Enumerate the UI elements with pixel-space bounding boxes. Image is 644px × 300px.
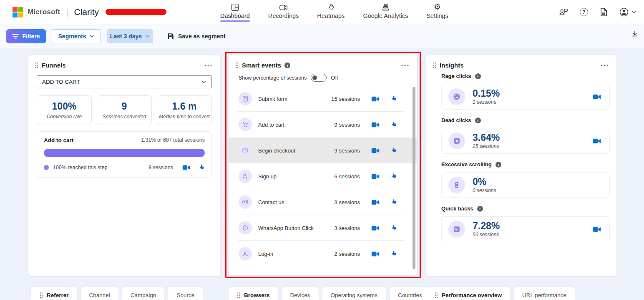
docs-icon[interactable] — [599, 8, 608, 17]
rage-clicks-icon — [448, 88, 465, 105]
event-row-submit-form[interactable]: Submit form 15 sessions — [229, 86, 417, 112]
stat-label: Sessions converted — [99, 114, 150, 120]
funnel-step: Add to cart 1.31% of 687 total sessions … — [37, 131, 212, 178]
download-icon[interactable] — [631, 30, 639, 38]
heatmaps-icon — [327, 2, 335, 12]
tab-devices[interactable]: Devices — [282, 287, 319, 300]
play-recordings-icon[interactable] — [371, 250, 380, 258]
save-as-segment-label: Save as segment — [178, 33, 226, 40]
drag-handle-icon — [40, 292, 43, 298]
info-icon[interactable]: i — [475, 118, 481, 123]
tab-settings-label: Settings — [426, 12, 448, 21]
stat-sessions-converted: 9 Sessions converted — [97, 95, 152, 125]
funnels-card: Funnels ADD TO CART 100% Conversion rate… — [28, 55, 220, 276]
funnel-select-dropdown[interactable]: ADD TO CART — [37, 75, 212, 88]
percentage-toggle-row: Show percentage of sessions Off — [239, 74, 410, 82]
filters-button[interactable]: Filters — [6, 29, 46, 43]
percentage-toggle[interactable] — [311, 74, 327, 82]
tap-heatmap-icon[interactable] — [391, 225, 397, 232]
more-options-icon[interactable] — [599, 64, 610, 67]
play-recordings-icon[interactable] — [371, 147, 380, 154]
date-range-label: Last 3 days — [110, 33, 142, 40]
tab-google-analytics-label: Google Analytics — [363, 12, 408, 21]
stat-median-time: 1.6 m Median time to convert — [157, 95, 212, 125]
tab-settings[interactable]: ⚙ Settings — [426, 2, 448, 22]
play-recordings-icon[interactable] — [371, 173, 380, 180]
play-recordings-icon[interactable] — [593, 138, 601, 145]
tap-heatmap-icon[interactable] — [391, 121, 397, 128]
tap-heatmap-icon[interactable] — [199, 164, 205, 171]
date-range-dropdown[interactable]: Last 3 days — [107, 29, 153, 43]
excessive-scrolling-icon — [448, 177, 465, 193]
performance-tab-group: Performance overview URL performance — [426, 287, 575, 300]
tap-heatmap-icon[interactable] — [391, 199, 397, 206]
step-legend-dot — [44, 165, 49, 170]
stat-label: Median time to convert — [159, 114, 210, 120]
header-actions: ? — [558, 0, 636, 24]
play-recordings-icon[interactable] — [593, 93, 601, 100]
filter-bar: Filters Segments Last 3 days Save as seg… — [0, 24, 644, 48]
play-recordings-icon[interactable] — [182, 164, 190, 171]
help-icon[interactable]: ? — [580, 8, 588, 16]
credit-card-icon — [239, 144, 252, 157]
funnel-select-value: ADD TO CART — [42, 79, 80, 85]
tab-performance-overview[interactable]: Performance overview — [426, 287, 510, 300]
tab-url-performance[interactable]: URL performance — [514, 287, 575, 300]
event-row-sign-up[interactable]: Sign up 6 sessions — [229, 163, 417, 189]
insight-quick-backs: Quick backs i 7.28% 50 sessions — [441, 205, 610, 242]
play-recordings-icon[interactable] — [593, 226, 601, 233]
tap-heatmap-icon[interactable] — [391, 147, 397, 154]
drag-handle-icon[interactable] — [235, 62, 239, 68]
toggle-label: Show percentage of sessions — [239, 75, 307, 81]
info-icon[interactable]: i — [475, 73, 481, 79]
tab-google-analytics[interactable]: Google Analytics — [363, 2, 408, 22]
event-row-add-to-cart[interactable]: Add to cart 9 sessions — [229, 112, 417, 138]
recordings-icon — [279, 2, 288, 12]
cart-icon — [239, 118, 252, 131]
tab-recordings[interactable]: Recordings — [268, 2, 299, 22]
redacted-project-name — [106, 9, 166, 15]
save-as-segment-button[interactable]: Save as segment — [167, 29, 226, 43]
tap-heatmap-icon[interactable] — [391, 173, 397, 180]
tab-referrer[interactable]: Referrer — [31, 287, 77, 300]
brand-separator: | — [66, 8, 68, 17]
account-menu[interactable] — [619, 7, 636, 17]
toggle-state-label: Off — [331, 75, 338, 81]
more-options-icon[interactable] — [400, 64, 410, 67]
tab-countries[interactable]: Countries — [390, 287, 430, 300]
event-row-contact-us[interactable]: Contact us 3 sessions — [229, 189, 417, 215]
feedback-icon[interactable] — [558, 8, 569, 17]
event-row-whatsapp-button-click[interactable]: WhatsApp Button Click 3 sessions — [229, 215, 417, 241]
play-recordings-icon[interactable] — [371, 121, 380, 128]
tab-dashboard-label: Dashboard — [220, 12, 250, 21]
info-icon[interactable]: i — [284, 62, 290, 68]
event-row-log-in[interactable]: Log-in 2 sessions — [229, 241, 417, 267]
tap-heatmap-icon[interactable] — [391, 250, 397, 258]
tab-channel[interactable]: Channel — [81, 287, 118, 300]
scrollbar-thumb[interactable] — [413, 87, 415, 269]
drag-handle-icon[interactable] — [35, 62, 38, 68]
drag-handle-icon[interactable] — [433, 62, 436, 68]
event-row-begin-checkout[interactable]: Begin checkout 9 sessions — [229, 138, 417, 163]
segments-dropdown[interactable]: Segments — [52, 29, 101, 43]
play-recordings-icon[interactable] — [371, 199, 380, 206]
play-recordings-icon[interactable] — [371, 95, 380, 102]
tab-browsers[interactable]: Browsers — [229, 287, 278, 300]
tab-source[interactable]: Source — [168, 287, 203, 300]
tab-campaign[interactable]: Campaign — [122, 287, 165, 300]
tab-heatmaps[interactable]: Heatmaps — [317, 2, 345, 22]
funnel-step-name: Add to cart — [44, 137, 73, 143]
drag-handle-icon — [237, 292, 240, 298]
chevron-down-icon — [145, 34, 150, 39]
play-recordings-icon[interactable] — [371, 225, 380, 232]
tab-dashboard[interactable]: Dashboard — [220, 2, 250, 22]
info-icon[interactable]: i — [477, 206, 483, 212]
active-tab-underline — [220, 20, 250, 22]
tap-heatmap-icon[interactable] — [391, 95, 397, 102]
insights-title: Insights — [440, 62, 464, 69]
info-icon[interactable]: i — [496, 162, 501, 168]
stat-conversion-rate: 100% Conversion rate — [37, 95, 92, 125]
more-options-icon[interactable] — [203, 64, 214, 67]
insight-dead-clicks: Dead clicks i 3.64% 25 sessions — [441, 117, 610, 154]
tab-operating-systems[interactable]: Operating systems — [322, 287, 386, 300]
